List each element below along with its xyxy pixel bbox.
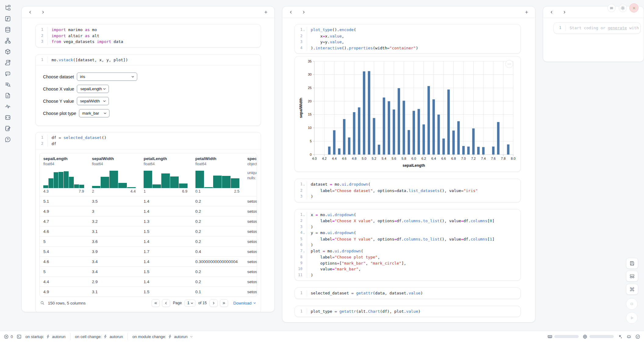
code-cell-dataset-dropdown[interactable]: 1⌄dataset = mo.ui.dropdown(2 label="Choo… [295, 179, 521, 202]
stop-button[interactable] [626, 298, 638, 310]
column-header-sepalWidth[interactable]: sepalWidthfloat6424.4 [88, 156, 140, 194]
code-cell-plot[interactable]: 1⌄plot_type().encode(2 x=x.value,3 y=y.v… [295, 24, 521, 54]
table-row[interactable]: 5.13.51.40.2setosa [40, 196, 257, 206]
on-startup-mode[interactable]: on startup:autorun [25, 334, 66, 339]
prev-page-button[interactable] [162, 299, 170, 307]
sidebar-item-console[interactable] [3, 113, 12, 122]
download-button[interactable]: Download [233, 301, 256, 305]
run-button[interactable] [626, 312, 638, 324]
nav-forward-button[interactable] [300, 9, 307, 16]
notebook-column-2: 1⌄plot_type().encode(2 x=x.value,3 y=y.v… [282, 6, 535, 322]
panel2-header [282, 6, 535, 18]
chart-menu-button[interactable] [505, 60, 513, 68]
sidebar-item-file-tree[interactable] [3, 4, 12, 12]
scratchpad-cell[interactable]: 1Start coding or generate with AI [553, 22, 641, 34]
on-module-change-mode[interactable]: on module change:autorun [132, 334, 193, 339]
circle-x-icon [4, 334, 9, 339]
copilot-icon [626, 334, 631, 339]
table-row[interactable]: 4.42.91.40.2setosa [40, 276, 257, 287]
sidebar-item-dependency-graph[interactable] [3, 37, 12, 45]
ai-assistant-button[interactable] [617, 334, 623, 339]
column-header-petalLength[interactable]: petalLengthfloat6416.9 [140, 156, 192, 194]
gear-icon [621, 6, 625, 10]
keyboard-shortcuts-button[interactable] [626, 284, 638, 295]
sidebar-item-help[interactable] [3, 135, 12, 144]
sidebar-item-variables[interactable] [3, 15, 12, 23]
panel3-header [543, 6, 644, 18]
save-button[interactable] [626, 258, 638, 269]
table-row[interactable]: 53.41.50.2setosa [40, 266, 257, 276]
code-cell-selected-dataset[interactable]: 1selected_dataset = getattr(data, datase… [295, 287, 521, 299]
add-cell-button[interactable] [523, 9, 530, 16]
column-header-species[interactable]: speciesobjectunique:nulls: [244, 156, 257, 194]
chevron-down-icon [190, 301, 194, 305]
code-cell-plot-type[interactable]: 1plot_type = getattr(alt.Chart(df), plot… [295, 306, 521, 317]
table-row[interactable]: 5.43.91.70.4setosa [40, 246, 257, 256]
table-summary: 150 rows, 5 columns [48, 301, 86, 305]
settings-button[interactable] [619, 4, 627, 12]
on-cell-change-mode[interactable]: on cell change:autorun [75, 334, 123, 339]
sidebar-item-documentation[interactable] [3, 91, 12, 100]
sidebar-item-tracing[interactable] [3, 102, 12, 111]
sidebar-item-snippets[interactable] [3, 59, 12, 67]
code-cell-vstack[interactable]: 1mo.vstack([dataset, x, y, plot]) Choose… [35, 54, 261, 126]
nav-back-button[interactable] [287, 9, 295, 16]
dataset-select[interactable]: iris [77, 73, 137, 81]
terminal-button[interactable] [16, 334, 22, 339]
layout-button[interactable] [626, 271, 638, 282]
dataframe-output: sepalLengthfloat644.37.9sepalWidthfloat6… [36, 149, 261, 312]
table-row[interactable]: 4.73.21.30.2setosa [40, 216, 257, 226]
nav-back-button[interactable] [27, 9, 34, 16]
error-count[interactable]: 0 [4, 334, 13, 339]
nav-forward-button[interactable] [561, 9, 568, 16]
copilot-button[interactable] [626, 334, 631, 339]
code-cell-dataframe[interactable]: 1df = selected_dataset()2df sepalLengthf… [35, 132, 261, 312]
first-page-button[interactable] [152, 299, 160, 307]
plot-type-select[interactable]: mark_bar [79, 109, 109, 117]
svg-text:7.6: 7.6 [491, 157, 496, 160]
code-line: 7⌄plot = mo.ui.dropdown( [295, 248, 521, 255]
nav-forward-button[interactable] [39, 9, 47, 16]
table-row[interactable]: 4.931.40.2setosa [40, 206, 257, 216]
sidebar-item-database[interactable] [3, 26, 12, 34]
next-page-button[interactable] [209, 299, 218, 307]
code-line: 3from vega_datasets import data [36, 39, 261, 45]
sidebar-item-logs[interactable] [3, 80, 12, 89]
bar-chart[interactable]: 4.04.24.44.64.85.05.25.45.65.86.06.26.46… [298, 58, 518, 171]
close-button[interactable] [629, 3, 639, 12]
chevron-left-icon [28, 10, 32, 14]
search-icon[interactable] [40, 301, 45, 305]
table-row[interactable]: 4.93.11.50.1setosa [40, 287, 257, 297]
svg-text:5.8: 5.8 [402, 157, 406, 160]
activity-rail [0, 0, 15, 323]
nav-back-button[interactable] [548, 9, 555, 16]
chart-output[interactable]: 4.04.24.44.64.85.05.25.45.65.86.06.26.46… [295, 56, 521, 172]
table-row[interactable]: 4.63.11.50.2setosa [40, 226, 257, 236]
sidebar-item-chat[interactable] [3, 69, 12, 78]
sidebar-item-scratchpad[interactable] [3, 124, 12, 133]
chevrons-right-icon [222, 301, 226, 305]
code-line: 10 value="mark_bar", [295, 266, 521, 272]
last-page-button[interactable] [220, 299, 228, 307]
add-cell-button[interactable] [262, 9, 270, 16]
scratchpad-icon [5, 125, 11, 132]
column-header-petalWidth[interactable]: petalWidthfloat640.12.5 [192, 156, 244, 194]
sidebar-item-packages[interactable] [3, 48, 12, 56]
menu-button[interactable] [607, 4, 616, 12]
code-cell-xy-plot-dropdowns[interactable]: 1⌄x = mo.ui.dropdown(2 label="Choose X v… [295, 209, 521, 281]
svg-text:6.8: 6.8 [451, 157, 456, 160]
connection-status[interactable] [635, 334, 640, 339]
x-value-select[interactable]: sepalLength [77, 85, 109, 93]
memory-usage [547, 334, 579, 339]
column-header-sepalLength[interactable]: sepalLengthfloat644.37.9 [40, 156, 88, 194]
code-cell-imports[interactable]: 1import marimo as mo2import altair as al… [35, 24, 261, 48]
table-row[interactable]: 53.61.40.2setosa [40, 236, 257, 246]
svg-text:4.2: 4.2 [322, 157, 327, 160]
database-icon [5, 27, 11, 33]
page-select[interactable]: 1 [184, 300, 195, 307]
y-value-select[interactable]: sepalWidth [77, 97, 109, 105]
svg-text:5.6: 5.6 [392, 157, 396, 160]
table-footer: 150 rows, 5 columns Page 1 of 15 Downloa… [39, 297, 257, 309]
svg-text:35: 35 [308, 59, 312, 63]
table-row[interactable]: 4.63.41.40.30000000000000004setosa [40, 256, 257, 266]
